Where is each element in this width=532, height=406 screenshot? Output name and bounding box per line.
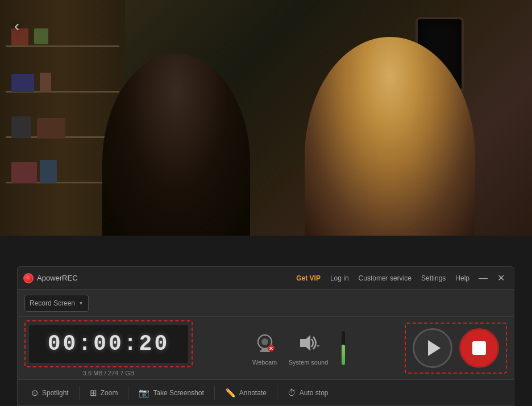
timer-dashed-border: 00:00:20	[24, 320, 193, 367]
separator-1	[79, 386, 80, 400]
dropdown-arrow-icon: ▼	[78, 300, 84, 306]
zoom-icon: ⊞	[90, 388, 97, 398]
svg-marker-6	[300, 335, 310, 351]
center-controls: ✕ Webcam System so	[198, 330, 399, 366]
svg-point-1	[261, 338, 268, 345]
separator-3	[214, 386, 215, 400]
shelf-item	[40, 73, 51, 92]
timer-section: 00:00:20 3.6 MB / 274.7 GB	[24, 320, 193, 376]
svg-text:✕: ✕	[269, 346, 273, 351]
toolbar-row: Record Screen ▼	[18, 290, 514, 317]
system-sound-button[interactable]: System sound	[289, 330, 329, 366]
autostop-label: Auto stop	[300, 389, 329, 397]
minimize-button[interactable]: —	[476, 271, 491, 286]
volume-fill	[342, 345, 345, 365]
stop-icon	[472, 341, 486, 355]
record-screen-select[interactable]: Record Screen ▼	[24, 295, 89, 312]
video-area: ‹	[0, 0, 532, 236]
screenshot-label: Take Screenshot	[153, 389, 203, 397]
zoom-label: Zoom	[101, 389, 118, 397]
volume-bar	[342, 331, 345, 365]
shelf-item	[37, 118, 65, 139]
system-sound-label: System sound	[289, 359, 329, 366]
playback-section	[405, 323, 507, 374]
play-icon	[428, 340, 440, 356]
screenshot-button[interactable]: 📷 Take Screenshot	[131, 384, 211, 401]
svg-rect-2	[261, 349, 268, 350]
annotate-icon: ✏️	[225, 388, 236, 398]
title-bar: ApowerREC Get VIP Log in Customer servic…	[18, 267, 514, 290]
system-sound-icon	[296, 330, 321, 355]
shelf-item	[11, 162, 37, 183]
spotlight-button[interactable]: ⊙ Spotlight	[23, 384, 77, 401]
back-button[interactable]: ‹	[14, 17, 19, 35]
separator-2	[128, 386, 128, 400]
webcam-label: Webcam	[252, 359, 277, 366]
webcam-icon: ✕	[252, 330, 277, 355]
logo-icon	[23, 273, 34, 283]
spotlight-label: Spotlight	[42, 389, 69, 397]
shelf-item	[11, 74, 34, 92]
login-menu-item[interactable]: Log in	[327, 273, 352, 284]
screenshot-icon: 📷	[139, 388, 149, 398]
help-menu-item[interactable]: Help	[452, 273, 473, 284]
vip-menu-item[interactable]: Get VIP	[293, 273, 324, 284]
play-button[interactable]	[413, 328, 452, 368]
autostop-button[interactable]: ⏱ Auto stop	[280, 384, 336, 401]
app-name: ApowerREC	[37, 274, 78, 282]
shelf-item	[40, 160, 57, 183]
autostop-icon: ⏱	[288, 388, 296, 397]
annotate-button[interactable]: ✏️ Annotate	[217, 384, 275, 401]
zoom-button[interactable]: ⊞ Zoom	[82, 384, 126, 401]
annotate-label: Annotate	[239, 389, 267, 397]
settings-menu-item[interactable]: Settings	[418, 273, 449, 284]
record-screen-label: Record Screen	[30, 299, 75, 307]
separator-4	[277, 386, 277, 400]
app-panel: ApowerREC Get VIP Log in Customer servic…	[17, 266, 514, 406]
stop-button[interactable]	[459, 328, 499, 368]
main-content: 00:00:20 3.6 MB / 274.7 GB ✕	[18, 317, 514, 379]
app-logo: ApowerREC	[23, 273, 78, 283]
spotlight-icon: ⊙	[31, 388, 39, 398]
playback-dashed-border	[405, 323, 507, 374]
close-button[interactable]: ✕	[493, 271, 508, 286]
storage-info: 3.6 MB / 274.7 GB	[24, 370, 193, 376]
shelf-item	[34, 28, 48, 44]
bottom-toolbar: ⊙ Spotlight ⊞ Zoom 📷 Take Screenshot ✏️ …	[18, 379, 514, 405]
shelf-row	[6, 45, 119, 47]
timer-display: 00:00:20	[29, 325, 188, 363]
customer-service-menu-item[interactable]: Customer service	[355, 273, 415, 284]
title-menu: Get VIP Log in Customer service Settings…	[293, 271, 508, 286]
shelf-item	[11, 116, 31, 138]
webcam-button[interactable]: ✕ Webcam	[252, 330, 277, 366]
svg-marker-7	[317, 345, 319, 348]
video-scene	[0, 0, 532, 236]
